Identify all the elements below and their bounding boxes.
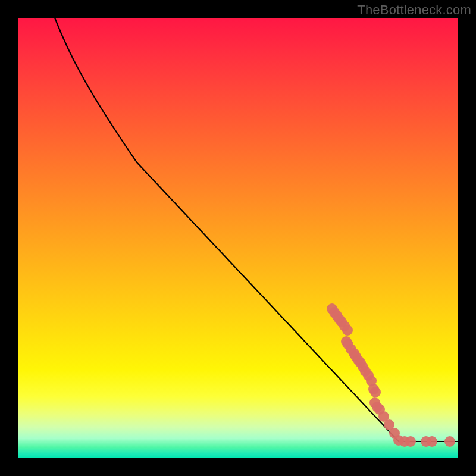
main-curve bbox=[55, 18, 458, 441]
svg-point-6 bbox=[342, 325, 353, 336]
svg-point-19 bbox=[370, 387, 381, 397]
chart-container: TheBottleneck.com bbox=[0, 0, 476, 476]
scatter-points bbox=[327, 303, 455, 447]
curve-overlay bbox=[18, 18, 458, 458]
svg-point-31 bbox=[444, 436, 455, 447]
plot-area bbox=[18, 18, 458, 458]
watermark-text: TheBottleneck.com bbox=[357, 2, 471, 18]
svg-point-28 bbox=[405, 436, 416, 447]
svg-point-30 bbox=[427, 436, 437, 447]
